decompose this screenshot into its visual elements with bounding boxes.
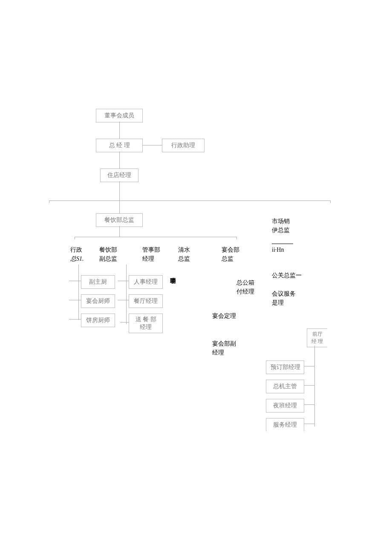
node-operator-sup: 总机主管 (266, 380, 304, 393)
conn (119, 122, 120, 139)
tick (236, 237, 237, 239)
board-text: 董事会成员 (104, 112, 134, 119)
node-fb-director: 餐饮部总监 (96, 213, 143, 227)
t: 服务经理 (273, 421, 297, 428)
lbl-banquet-deputy: 宴会部副 经理 (212, 339, 236, 357)
t: 餐厅经理 (134, 298, 158, 304)
node-hr-mgr: 人事经理 (129, 275, 163, 289)
fb-dir-text: 餐饮部总监 (104, 217, 134, 223)
conn (314, 346, 315, 427)
tick (69, 281, 72, 281)
t: 餐饮部 (99, 247, 117, 253)
node-assistant: 行政助理 (162, 139, 205, 152)
tick (69, 300, 72, 300)
t: 行政 (70, 247, 82, 253)
lbl-meeting-svc: 会议服务 是理 (272, 289, 296, 307)
t: 总S1. (70, 256, 84, 262)
node-night-mgr: 夜班经理 (266, 399, 304, 413)
tick (69, 319, 72, 320)
node-gm: 总 经 理 (96, 139, 143, 152)
t: ii·Hn (272, 247, 284, 253)
conn (126, 264, 127, 324)
lbl-market-dir: 市场销 伊总监 (272, 217, 290, 235)
t: 公关总监一 (272, 272, 302, 279)
conn (119, 200, 120, 213)
rule (272, 244, 293, 244)
lbl-fb-deputy: 餐饮部 副总监 (99, 245, 117, 263)
lbl-switchboard: 总公箱 付经理 (236, 278, 254, 296)
t: 经理 (140, 324, 152, 330)
gm-text: 总 经 理 (109, 142, 130, 148)
lbl-clean-dir: 清水 总监 (178, 245, 190, 263)
node-reservation-mgr: 预订部经理 (266, 360, 304, 374)
lbl-exec-chef: 行政 总S1. (70, 245, 84, 263)
node-board: 董事会成员 (96, 109, 143, 122)
conn (119, 181, 120, 200)
conn (143, 145, 162, 145)
t: 总公箱 (236, 279, 254, 286)
t: 总监 (222, 256, 233, 262)
tick (118, 281, 120, 281)
t: 宴会定理 (212, 313, 236, 319)
t: 经理 (142, 256, 154, 262)
conn (72, 281, 81, 281)
t: 送 餐 部 (135, 316, 156, 323)
tick (49, 200, 49, 203)
t: 会议服务 (272, 291, 296, 297)
tick (118, 300, 120, 300)
t: 前厅 (312, 331, 323, 337)
t: 宴会厨师 (86, 298, 110, 304)
conn (120, 322, 129, 323)
t: 副总监 (99, 256, 117, 262)
t: 管事部 (142, 247, 160, 253)
t: 宴会部 (222, 247, 239, 253)
t: 人事经理 (134, 279, 158, 285)
conn (120, 300, 129, 300)
conn (72, 300, 81, 300)
conn (304, 424, 314, 424)
t: 总机主管 (273, 383, 297, 389)
t: 是理 (272, 299, 284, 306)
t: 经理 (212, 349, 224, 356)
node-sous-chef: 副主厨 (81, 275, 115, 289)
lbl-banquet-dir: 宴会部 总监 (222, 245, 239, 263)
tick (330, 200, 331, 203)
t: 副主厨 (89, 279, 107, 285)
lbl-pr-dir: 公关总监一 (272, 271, 302, 280)
node-front-mgr: 前厅 经 理 (307, 328, 327, 347)
assistant-text: 行政助理 (171, 142, 195, 148)
node-banquet-chef: 宴会厨师 (81, 294, 115, 308)
conn (119, 151, 120, 169)
conn (75, 237, 236, 237)
node-resident: 住店经理 (100, 169, 138, 182)
t: 夜班经理 (273, 402, 297, 409)
conn (49, 200, 330, 201)
tick (75, 237, 75, 239)
conn (304, 366, 314, 366)
t: 伊总监 (272, 227, 290, 233)
t: 市场销 (272, 218, 290, 224)
t: 饼房厨师 (86, 317, 110, 323)
conn (304, 385, 314, 386)
t: 预订部经理 (271, 364, 300, 370)
conn (304, 404, 314, 405)
t: 付经理 (236, 288, 254, 295)
node-pastry-chef: 饼房厨师 (81, 314, 115, 327)
conn (78, 264, 79, 320)
resident-text: 住店经理 (107, 172, 131, 178)
conn (72, 319, 81, 320)
conn (119, 226, 120, 237)
t: 经 理 (311, 338, 323, 344)
lbl-steward-mgr: 管事部 经理 (142, 245, 160, 263)
t: 宴会部副 (212, 340, 236, 347)
lbl-banquet-res: 宴会定理 (212, 311, 236, 320)
node-service-mgr: 服务经理 (266, 418, 304, 431)
node-rest-mgr: 餐厅经理 (129, 294, 163, 308)
conn (120, 281, 129, 281)
node-roomservice-mgr: 送 餐 部 经理 (129, 314, 163, 333)
t: 清水 (178, 247, 190, 253)
lbl-iihn: ii·Hn (272, 245, 284, 254)
t: 总监 (178, 256, 190, 262)
